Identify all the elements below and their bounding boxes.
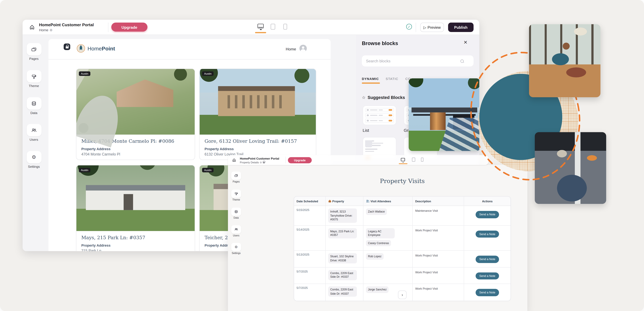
property-title: Gore, 6132 Oliver Loving Trail: #0157 <box>204 138 311 144</box>
divider <box>286 157 286 163</box>
attendee-chip: Rob Lopez <box>366 253 384 260</box>
send-note-button[interactable]: Send a Note <box>476 289 499 296</box>
desktop-view-icon[interactable] <box>258 24 264 28</box>
property-photo: Austin <box>76 69 195 135</box>
house-icon <box>328 200 332 203</box>
search-input[interactable] <box>362 58 460 64</box>
attendee-chip: Casey Contreras <box>366 240 391 246</box>
sidebar-item-settings[interactable]: ⚙ Settings <box>23 151 45 169</box>
tab-static[interactable]: STATIC <box>386 77 398 81</box>
home-button[interactable] <box>231 157 237 163</box>
desktop-view-icon[interactable] <box>401 158 405 161</box>
table-row: 5/14/2025 Mays, 215 Park Ln: #0357 Legac… <box>294 226 510 251</box>
settings-gear-icon: ⚙ <box>234 245 238 249</box>
property-card[interactable]: Austin Mays, 215 Park Ln: #0357 Property… <box>76 165 195 251</box>
breadcrumb: Home ⚙ <box>39 28 52 32</box>
saved-check-icon: ✓ <box>406 24 412 30</box>
breadcrumb: Property Details ⚙ <box>240 161 265 164</box>
lock-icon <box>263 162 265 163</box>
property-chip: Combs, 2209 East Side Dr: #0337 <box>328 270 357 280</box>
attendee-chip: Jorge Sanchez <box>366 287 389 293</box>
active-device-underline <box>399 163 407 164</box>
preview-header: HomePoint Home <box>48 39 331 59</box>
sidebar-item-pages[interactable]: Pages <box>228 172 244 183</box>
tab-dynamic[interactable]: DYNAMIC <box>362 77 379 81</box>
active-tab-underline <box>362 82 380 84</box>
sidebar-item-users[interactable]: Users <box>228 225 244 237</box>
property-title: Mays, 215 Park Ln: #0357 <box>81 235 190 241</box>
property-chip: Stuart, 102 Skyline Drive: #0338 <box>328 253 357 263</box>
settings-gear-icon: ⚙ <box>32 155 36 160</box>
publish-button[interactable]: Publish <box>448 23 474 32</box>
city-badge: Austin <box>79 168 90 172</box>
tablet-view-icon[interactable] <box>412 158 415 161</box>
attendee-chip: Legacy AC Employee <box>366 228 395 238</box>
brand-logo: HomePoint <box>76 44 115 53</box>
brand-wordmark: HomePoint <box>88 45 115 51</box>
send-note-button[interactable]: Send a Note <box>476 272 499 280</box>
divider <box>108 23 108 32</box>
table-row: 5/15/2025 Imhoff, 3213 Tarryhollow Drive… <box>294 206 510 225</box>
preview-button[interactable]: ▷Preview <box>420 23 444 32</box>
close-icon[interactable]: × <box>464 39 467 45</box>
avatar[interactable] <box>299 45 307 52</box>
gear-icon[interactable]: ⚙ <box>50 28 52 32</box>
search-field <box>362 55 474 67</box>
property-card[interactable]: Austin Gore, 6132 Oliver Loving Trail: #… <box>199 68 316 160</box>
home-icon <box>29 24 35 30</box>
tablet-view-icon[interactable] <box>270 24 275 30</box>
property-chip: Combs, 2209 East Side Dr: #0337 <box>328 287 357 297</box>
search-icon <box>460 59 464 62</box>
house-photo-overlay <box>409 78 479 151</box>
property-card[interactable]: Austin Miller, 4704 Monte Carmelo Pl: #0… <box>76 68 195 160</box>
block-thumb-list[interactable] <box>363 105 396 125</box>
visits-table: Date Scheduled Property Visit Attendees … <box>294 196 511 301</box>
theme-icon <box>234 192 238 196</box>
upgrade-button[interactable]: Upgrade <box>288 157 312 163</box>
sidebar-item-data[interactable]: Data <box>228 208 244 219</box>
sidebar-item-data[interactable]: Data <box>23 97 45 115</box>
lock-icon <box>66 46 68 48</box>
stage: HomePoint Customer Portal Home ⚙ Upgrade… <box>0 0 644 311</box>
sidebar-item-theme[interactable]: Theme <box>23 70 45 88</box>
send-note-button[interactable]: Send a Note <box>476 256 499 263</box>
theme-icon <box>31 73 37 79</box>
nav-home-link[interactable]: Home <box>286 47 296 51</box>
send-note-button[interactable]: Send a Note <box>476 211 499 218</box>
upgrade-button[interactable]: Upgrade <box>111 23 148 31</box>
active-device-underline <box>255 32 266 33</box>
sidebar-item-pages[interactable]: Pages <box>23 43 45 61</box>
sidebar-item-settings[interactable]: ⚙ Settings <box>228 243 244 254</box>
phone-view-icon[interactable] <box>421 158 424 161</box>
pages-icon <box>234 174 238 178</box>
app-title: HomePoint Customer Portal <box>240 157 279 161</box>
database-icon <box>31 100 37 106</box>
sidebar-item-theme[interactable]: Theme <box>228 190 244 201</box>
lighthouse-logo-icon <box>76 44 85 53</box>
users-icon <box>31 127 37 133</box>
sidebar-item-users[interactable]: Users <box>23 124 45 142</box>
city-badge: Austin <box>79 71 90 76</box>
send-note-button[interactable]: Send a Note <box>476 230 499 238</box>
toolbar: HomePoint Customer Portal Home ⚙ Upgrade… <box>23 20 480 35</box>
builder-window-property-details: Pages Theme Data Users ⚙ Settings Proper… <box>228 165 527 311</box>
app-title: HomePoint Customer Portal <box>39 23 94 27</box>
pages-icon <box>31 46 37 52</box>
property-chip: Mays, 215 Park Ln: #0357 <box>328 228 357 238</box>
home-button[interactable] <box>28 23 36 31</box>
table-row: 5/13/2025 Stuart, 102 Skyline Drive: #03… <box>294 251 510 267</box>
people-icon <box>366 200 370 203</box>
pagination-next-button[interactable]: › <box>398 291 406 299</box>
users-icon <box>234 227 238 231</box>
attendee-chip: Zach Wallace <box>366 208 387 215</box>
table-header: Date Scheduled Property Visit Attendees … <box>294 197 510 206</box>
property-photo: Austin <box>76 165 195 231</box>
phone-view-icon[interactable] <box>283 24 287 30</box>
city-badge: Austin <box>202 168 214 172</box>
gear-icon[interactable]: ⚙ <box>260 161 262 164</box>
block-label-list: List <box>363 128 369 133</box>
toolbar: HomePoint Customer Portal Property Detai… <box>228 155 488 165</box>
suggested-blocks-heading: ☆Suggested Blocks <box>362 95 405 100</box>
city-badge: Austin <box>202 71 214 76</box>
family-photo <box>529 24 600 97</box>
